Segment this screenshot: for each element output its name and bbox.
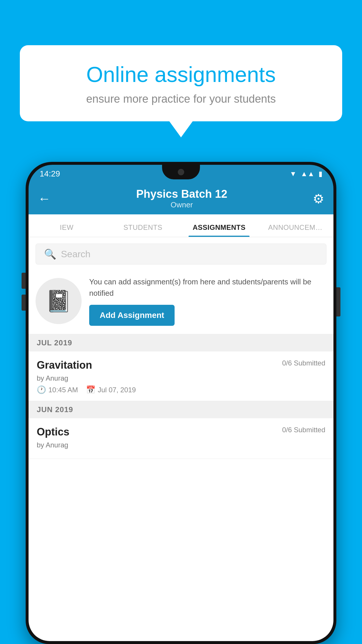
- speech-bubble-subtitle: ensure more practice for your students: [40, 93, 322, 105]
- header-subtitle: Owner: [51, 200, 313, 209]
- speech-bubble-title: Online assignments: [40, 63, 322, 86]
- assignment-by: by Anurag: [37, 374, 325, 382]
- speech-bubble: Online assignments ensure more practice …: [20, 45, 342, 121]
- side-buttons-right: [336, 287, 340, 316]
- month-header-jun: JUN 2019: [29, 401, 333, 418]
- calendar-icon: 📅: [86, 385, 95, 394]
- battery-icon: ▮: [319, 170, 322, 178]
- assignment-item-optics[interactable]: Optics 0/6 Submitted by Anurag: [29, 418, 333, 459]
- promo-text: You can add assignment(s) from here and …: [89, 276, 326, 299]
- notebook-icon: 📓: [45, 289, 72, 314]
- back-button[interactable]: ←: [38, 191, 51, 206]
- assignment-date: Jul 07, 2019: [98, 386, 136, 394]
- tab-announcements[interactable]: ANNOUNCEM…: [257, 223, 334, 237]
- app-header: ← Physics Batch 12 Owner ⚙: [29, 183, 333, 214]
- promo-right: You can add assignment(s) from here and …: [89, 276, 326, 326]
- status-time: 14:29: [40, 169, 60, 178]
- assignment-meta: 🕐 10:45 AM 📅 Jul 07, 2019: [37, 385, 325, 394]
- assignment-top: Gravitation 0/6 Submitted: [37, 359, 325, 371]
- power-button[interactable]: [336, 287, 340, 316]
- tabs-bar: IEW STUDENTS ASSIGNMENTS ANNOUNCEM…: [29, 214, 333, 237]
- search-bar[interactable]: 🔍 Search: [36, 244, 326, 265]
- assignment-time: 10:45 AM: [48, 386, 78, 394]
- assignment-by-optics: by Anurag: [37, 441, 325, 449]
- tab-iew[interactable]: IEW: [29, 223, 105, 237]
- tab-students[interactable]: STUDENTS: [105, 223, 181, 237]
- header-center: Physics Batch 12 Owner: [51, 188, 313, 209]
- search-bar-container: 🔍 Search: [29, 237, 333, 271]
- speech-bubble-container: Online assignments ensure more practice …: [20, 45, 342, 137]
- front-camera: [178, 169, 184, 175]
- status-icons: ▼ ▲▲ ▮: [290, 170, 322, 178]
- side-buttons-left: [22, 273, 26, 311]
- signal-icon: ▲▲: [301, 170, 314, 178]
- meta-time: 🕐 10:45 AM: [37, 385, 78, 394]
- assignment-submitted: 0/6 Submitted: [282, 359, 325, 367]
- settings-icon[interactable]: ⚙: [313, 191, 324, 206]
- volume-down-button[interactable]: [22, 295, 26, 311]
- assignment-item-gravitation[interactable]: Gravitation 0/6 Submitted by Anurag 🕐 10…: [29, 351, 333, 401]
- add-assignment-button[interactable]: Add Assignment: [89, 305, 175, 326]
- tab-assignments[interactable]: ASSIGNMENTS: [181, 223, 257, 237]
- header-title: Physics Batch 12: [51, 188, 313, 200]
- assignment-title: Gravitation: [37, 359, 92, 371]
- assignment-submitted-optics: 0/6 Submitted: [282, 426, 325, 434]
- promo-icon-circle: 📓: [36, 278, 82, 324]
- notch: [162, 165, 200, 179]
- speech-bubble-arrow: [169, 121, 193, 137]
- search-icon: 🔍: [44, 248, 56, 260]
- volume-up-button[interactable]: [22, 273, 26, 289]
- phone-frame: 14:29 ▼ ▲▲ ▮ ← Physics Batch 12 Owner ⚙ …: [26, 162, 336, 644]
- screen-content: 🔍 Search 📓 You can add assignment(s) fro…: [29, 237, 333, 641]
- month-header-jul: JUL 2019: [29, 334, 333, 351]
- wifi-icon: ▼: [290, 170, 297, 178]
- assignment-top-optics: Optics 0/6 Submitted: [37, 426, 325, 438]
- clock-icon: 🕐: [37, 385, 46, 394]
- phone-inner: 14:29 ▼ ▲▲ ▮ ← Physics Batch 12 Owner ⚙ …: [29, 165, 333, 641]
- assignment-title-optics: Optics: [37, 426, 69, 438]
- promo-section: 📓 You can add assignment(s) from here an…: [29, 271, 333, 334]
- search-placeholder: Search: [61, 249, 90, 260]
- meta-date: 📅 Jul 07, 2019: [86, 385, 136, 394]
- status-bar: 14:29 ▼ ▲▲ ▮: [29, 165, 333, 183]
